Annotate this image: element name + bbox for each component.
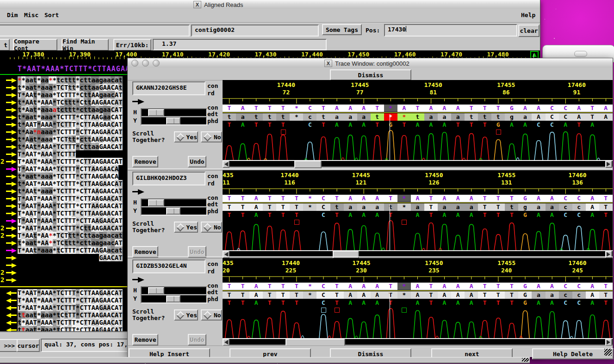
base-cell[interactable] <box>397 211 411 219</box>
base-cell[interactable]: C <box>60 304 64 311</box>
base-cell[interactable]: T <box>599 299 613 307</box>
base-cell[interactable]: t <box>72 84 75 91</box>
base-cell[interactable]: * <box>397 195 411 202</box>
base-cell[interactable]: t <box>68 106 72 113</box>
base-cell[interactable]: * <box>53 128 56 136</box>
base-cell[interactable]: G <box>99 180 103 187</box>
base-cell[interactable]: A <box>45 195 49 202</box>
base-cell[interactable]: a <box>546 204 559 211</box>
base-cell[interactable]: t <box>87 239 91 247</box>
base-cell[interactable]: * <box>76 202 80 210</box>
base-cell[interactable]: A <box>107 99 111 106</box>
base-cell[interactable]: a <box>41 173 44 180</box>
base-cell[interactable]: T <box>118 121 122 128</box>
base-cell[interactable]: G <box>99 296 103 304</box>
base-cell[interactable]: t <box>33 76 37 84</box>
base-cell[interactable]: g <box>505 113 518 121</box>
base-cell[interactable]: A <box>411 291 424 299</box>
base-cell[interactable]: C <box>80 311 83 319</box>
base-cell[interactable]: C <box>60 180 64 187</box>
base-cell[interactable]: * <box>76 304 80 311</box>
base-cell[interactable]: a <box>115 232 118 239</box>
base-cell[interactable]: A <box>49 165 52 173</box>
base-cell[interactable]: A <box>45 121 49 128</box>
base-cell[interactable]: T <box>118 106 122 113</box>
base-cell[interactable]: t <box>371 113 384 121</box>
base-cell[interactable]: A <box>115 239 118 247</box>
trace-hscrollbar[interactable] <box>223 338 613 345</box>
read-row[interactable]: T*AAT*AAA*TCTTT <box>0 150 127 158</box>
base-cell[interactable]: * <box>21 217 25 224</box>
read-row[interactable]: GAACAT <box>0 254 127 261</box>
base-cell[interactable]: A <box>107 210 111 217</box>
base-cell[interactable]: c <box>111 232 114 239</box>
base-cell[interactable]: A <box>465 291 478 299</box>
base-cell[interactable]: A <box>107 180 111 187</box>
base-cell[interactable]: T <box>424 299 438 307</box>
read-row[interactable]: **aat*aa**tcttt*cttaagaacat <box>0 76 127 84</box>
base-cell[interactable]: A <box>107 319 111 326</box>
base-cell[interactable]: A <box>103 121 107 128</box>
base-cell[interactable]: A <box>91 289 95 296</box>
base-cell[interactable]: T <box>56 289 60 296</box>
base-cell[interactable]: C <box>111 136 114 143</box>
base-cell[interactable]: A <box>103 180 107 187</box>
base-cell[interactable]: A <box>49 121 52 128</box>
base-cell[interactable]: * <box>397 283 411 290</box>
yes-radio[interactable]: Yes <box>174 131 198 142</box>
base-cell[interactable]: t <box>505 204 518 211</box>
base-cell[interactable]: * <box>37 76 41 84</box>
base-cell[interactable]: T <box>276 105 290 112</box>
base-cell[interactable]: T <box>72 165 75 173</box>
base-cell[interactable]: A <box>344 283 357 290</box>
read-row[interactable]: 2 <box>0 269 127 276</box>
base-cell[interactable]: T <box>68 91 72 99</box>
base-cell[interactable]: a <box>49 128 52 136</box>
base-cell[interactable]: A <box>451 299 465 307</box>
base-cell[interactable]: A <box>91 113 95 121</box>
base-cell[interactable]: T <box>236 291 249 299</box>
base-cell[interactable]: C <box>111 296 114 304</box>
base-cell[interactable]: T <box>84 195 87 202</box>
base-cell[interactable]: A <box>249 283 263 290</box>
base-cell[interactable]: c <box>572 291 586 299</box>
base-cell[interactable]: C <box>60 187 64 195</box>
base-cell[interactable]: A <box>25 158 29 165</box>
base-cell[interactable]: a <box>25 239 29 247</box>
trace-read-name-entry[interactable]: GKANNJ202GHS8E <box>132 81 205 95</box>
base-cell[interactable]: T <box>223 195 236 202</box>
base-cell[interactable]: * <box>21 195 25 202</box>
base-cell[interactable]: a <box>115 247 118 254</box>
base-cell[interactable]: * <box>21 76 25 84</box>
base-cell[interactable]: A <box>546 299 559 307</box>
base-cell[interactable]: A <box>91 296 95 304</box>
base-cell[interactable]: c <box>559 291 572 299</box>
base-cell[interactable]: T <box>64 210 68 217</box>
base-cell[interactable]: t <box>56 326 60 331</box>
base-cell[interactable]: C <box>559 299 572 307</box>
base-cell[interactable]: G <box>99 210 103 217</box>
base-cell[interactable]: C <box>303 105 316 112</box>
base-cell[interactable]: * <box>76 326 80 331</box>
trace-display[interactable]: 4352017440225174452301745023517455240174… <box>223 258 613 338</box>
base-cell[interactable]: A <box>546 283 559 290</box>
base-cell[interactable]: T <box>478 291 491 299</box>
base-cell[interactable]: A <box>344 195 357 202</box>
base-cell[interactable]: T <box>64 165 68 173</box>
base-cell[interactable]: T <box>84 113 87 121</box>
base-cell[interactable]: T <box>68 150 72 158</box>
base-cell[interactable]: * <box>37 187 41 195</box>
base-cell[interactable]: A <box>107 289 111 296</box>
base-cell[interactable]: c <box>80 106 83 113</box>
base-cell[interactable]: A <box>25 128 29 136</box>
base-cell[interactable]: T <box>64 187 68 195</box>
base-cell[interactable]: g <box>99 232 103 239</box>
base-cell[interactable]: * <box>76 224 80 232</box>
base-cell[interactable]: A <box>41 150 44 158</box>
base-cell[interactable]: c <box>60 76 64 84</box>
base-cell[interactable]: A <box>107 187 111 195</box>
find-main-win-button[interactable]: Find Main Win <box>62 39 109 51</box>
base-cell[interactable]: C <box>111 224 114 232</box>
base-cell[interactable]: C <box>60 99 64 106</box>
base-cell[interactable]: * <box>21 232 25 239</box>
